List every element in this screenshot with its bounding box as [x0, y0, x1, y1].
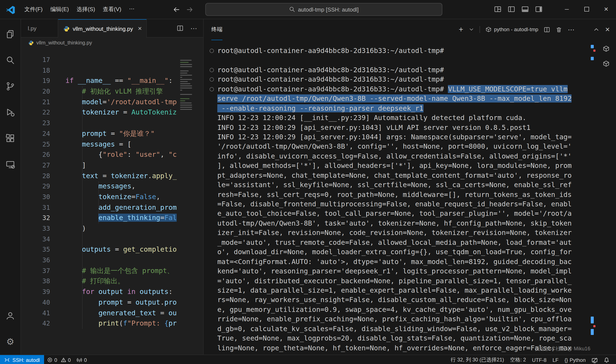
python-file-icon [63, 26, 70, 32]
sidebar-item-explorer[interactable] [0, 21, 21, 47]
encoding[interactable]: UTF-8 [529, 357, 549, 363]
line-number[interactable]: 42 [21, 318, 50, 329]
terminal-tab-python-1[interactable] [599, 43, 614, 54]
new-terminal-icon[interactable]: + [459, 26, 463, 33]
code-line: 17 [21, 55, 203, 65]
line-number[interactable]: 21 [21, 97, 50, 107]
line-number[interactable]: 38 [21, 276, 50, 287]
code-editor[interactable]: 171819if __name__ == "__main__":20 # 初始化… [21, 48, 203, 355]
menu-selection[interactable]: 选择(S) [73, 4, 99, 15]
terminal-text: ], allowed_methods=['*'], allowed_header… [217, 161, 572, 171]
toggle-secondary-sidebar-icon[interactable] [535, 6, 542, 13]
line-number[interactable]: 22 [21, 107, 50, 118]
line-number[interactable]: 34 [21, 234, 50, 244]
line-number[interactable]: 31 [21, 202, 50, 213]
terminal-cube-icon [486, 26, 492, 32]
language-mode[interactable]: {} Python [561, 357, 589, 363]
close-tab-icon[interactable]: ✕ [138, 26, 142, 32]
forward-arrow-icon[interactable] [186, 6, 193, 13]
line-number[interactable]: 18 [21, 65, 50, 76]
line-number[interactable]: 29 [21, 181, 50, 192]
line-number[interactable]: 20 [21, 86, 50, 97]
line-number[interactable]: 35 [21, 245, 50, 255]
panel-header: 终端 + python - autodl-tmp [204, 19, 616, 40]
sidebar-item-remote-explorer[interactable] [0, 151, 21, 177]
terminal-profile-chevron-icon[interactable] [469, 27, 474, 32]
indentation[interactable]: 空格: 2 [507, 356, 529, 364]
split-terminal-icon[interactable] [544, 26, 550, 33]
panel-tab-terminal[interactable]: 终端 [211, 19, 222, 40]
toggle-primary-sidebar-icon[interactable] [508, 6, 515, 13]
sidebar-item-extensions[interactable] [0, 125, 21, 151]
minimap-line [180, 83, 190, 84]
code-line: 25 messages = [ [21, 139, 203, 150]
cursor-position[interactable]: 行 32, 列 30 (已选择21) [448, 356, 507, 364]
terminal-panel: 终端 + python - autodl-tmp [203, 19, 616, 355]
line-number[interactable]: 19 [21, 76, 50, 86]
line-number[interactable]: 37 [21, 266, 50, 276]
extensions-icon [5, 133, 15, 143]
terminal-tab-python-2[interactable] [599, 58, 614, 69]
status-bar: SSH: autodl 0 0 0 行 32, 列 30 (已选择21) 空格:… [0, 355, 616, 364]
terminal-line: mat=<ConfigFormat.AUTO: 'auto'>, dtype='… [210, 257, 616, 267]
tab-vllm-without-thinking[interactable]: vllm_without_thinking.py ✕ [58, 19, 147, 38]
more-actions-icon[interactable]: ⋯ [190, 24, 197, 32]
screen-off-indicator[interactable] [589, 357, 601, 363]
toggle-panel-icon[interactable] [521, 6, 529, 13]
line-number[interactable]: 39 [21, 287, 50, 297]
command-center-search[interactable]: autodl-tmp [SSH: autodl] [205, 3, 442, 16]
sidebar-item-run-debug[interactable] [0, 99, 21, 125]
sidebar-item-settings[interactable]: ⚙ [0, 328, 21, 355]
code-line: 41 generated_text = ou [21, 308, 203, 318]
tab-partial-file[interactable]: l.py [21, 19, 58, 37]
sidebar-item-search[interactable] [0, 47, 21, 73]
line-number[interactable]: 32 [21, 213, 50, 223]
maximize-panel-icon[interactable] [594, 26, 600, 32]
menu-more[interactable]: ⋯ [125, 4, 138, 15]
maximize-button[interactable] [577, 0, 596, 18]
line-number[interactable]: 26 [21, 150, 50, 160]
problems-indicator[interactable]: 0 0 [44, 357, 74, 363]
minimap[interactable] [179, 55, 194, 111]
eol-indicator[interactable]: LF [549, 357, 561, 363]
error-icon [47, 357, 53, 363]
breadcrumb[interactable]: vllm_without_thinking.py [21, 38, 203, 48]
back-arrow-icon[interactable] [173, 6, 180, 13]
command-decoration-icon[interactable] [210, 87, 214, 91]
line-number[interactable]: 24 [21, 129, 50, 139]
menu-file[interactable]: 文件(F) [21, 4, 46, 15]
sidebar-item-source-control[interactable] [0, 73, 21, 99]
line-number[interactable]: 25 [21, 139, 50, 150]
line-number[interactable]: 23 [21, 118, 50, 128]
notifications-indicator[interactable] [601, 357, 613, 363]
split-editor-icon[interactable] [177, 25, 183, 32]
line-number[interactable]: 40 [21, 297, 50, 308]
terminal[interactable]: root@autodl-container-aa9d4bbc8b-2d316b3… [204, 40, 616, 355]
panel-more-actions-icon[interactable]: ⋯ [568, 26, 575, 34]
sidebar-item-account[interactable] [0, 302, 21, 328]
minimap-line [180, 79, 192, 80]
close-panel-icon[interactable]: ✕ [605, 26, 610, 33]
command-decoration-icon[interactable] [210, 68, 214, 72]
command-decoration-icon[interactable] [210, 49, 214, 53]
line-number[interactable]: 17 [21, 55, 50, 65]
menu-view[interactable]: 查看(V) [99, 4, 125, 15]
customize-layout-icon[interactable] [494, 6, 501, 13]
kill-terminal-trash-icon[interactable] [556, 26, 562, 33]
line-number[interactable]: 27 [21, 160, 50, 171]
line-number[interactable]: 36 [21, 255, 50, 266]
active-terminal-label[interactable]: python - autodl-tmp [486, 26, 538, 32]
menu-edit[interactable]: 编辑(E) [46, 4, 73, 15]
line-number[interactable]: 28 [21, 171, 50, 181]
terminal-cube-icon [603, 45, 610, 52]
code-line: 36 [21, 255, 203, 266]
ports-indicator[interactable]: 0 [74, 357, 90, 363]
line-number[interactable]: 30 [21, 192, 50, 202]
close-window-button[interactable]: ✕ [596, 0, 616, 18]
remote-indicator[interactable]: SSH: autodl [0, 355, 44, 364]
line-number[interactable]: 33 [21, 223, 50, 234]
minimize-button[interactable]: ─ [557, 0, 577, 18]
line-number[interactable]: 41 [21, 308, 50, 318]
terminal-line: ='auto', distributed_executor_backend=No… [210, 276, 616, 286]
command-decoration-icon[interactable] [210, 78, 214, 82]
